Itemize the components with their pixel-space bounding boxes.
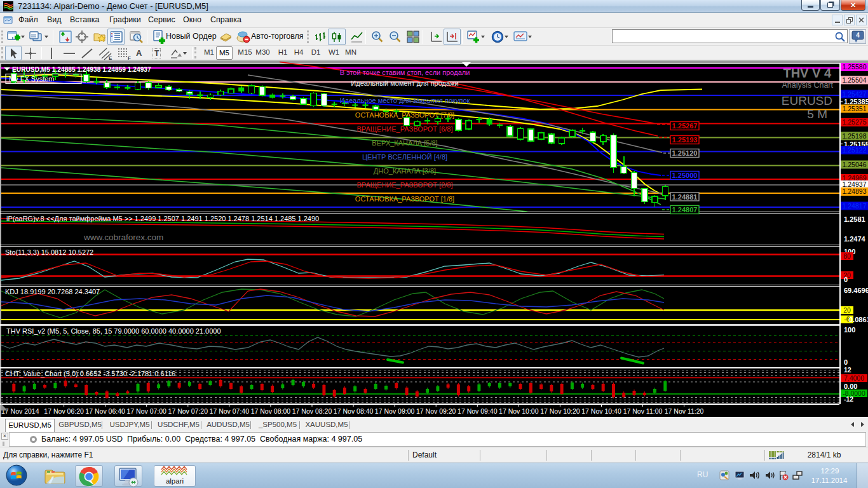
svg-text:17 Nov 10:40: 17 Nov 10:40 <box>581 407 621 415</box>
svg-text:17 Nov 11:20: 17 Nov 11:20 <box>665 407 704 415</box>
svg-text:17 Nov 07:40: 17 Nov 07:40 <box>210 407 250 415</box>
svg-text:17 Nov 2014: 17 Nov 2014 <box>1 407 39 415</box>
svg-text:1.25427: 1.25427 <box>843 90 867 98</box>
svg-text:0: 0 <box>844 276 848 283</box>
svg-text:1.25046: 1.25046 <box>843 161 867 168</box>
svg-text:ВЕРХ_КАНАЛА [5/8]: ВЕРХ_КАНАЛА [5/8] <box>372 139 437 147</box>
svg-text:12: 12 <box>844 366 851 374</box>
svg-text:Analysis Chart: Analysis Chart <box>782 81 833 90</box>
svg-text:EURUSD: EURUSD <box>782 94 832 107</box>
svg-text:1.25275: 1.25275 <box>843 118 867 126</box>
svg-text:1.25000: 1.25000 <box>672 172 698 179</box>
svg-text:80: 80 <box>843 252 851 260</box>
svg-text:EURUSD,M5 1.24885 1.24938 1.2: EURUSD,M5 1.24885 1.24938 1.24859 1.2493… <box>12 66 151 73</box>
svg-text:1.25193: 1.25193 <box>672 136 698 144</box>
svg-text:17 Nov 07:20: 17 Nov 07:20 <box>168 407 208 415</box>
svg-text:17 Nov 10:20: 17 Nov 10:20 <box>540 407 580 415</box>
svg-text:0.0861: 0.0861 <box>849 316 868 323</box>
svg-text:1.25198: 1.25198 <box>843 132 867 140</box>
svg-text:KDJ 18.9199 20.7268 24.3407: KDJ 18.9199 20.7268 24.3407 <box>5 288 100 295</box>
svg-text:69.4696: 69.4696 <box>844 287 868 294</box>
svg-text:ЦЕНТР ВСЕЛЕННОЙ [4/8]: ЦЕНТР ВСЕЛЕННОЙ [4/8] <box>362 153 447 161</box>
svg-text:iP(aaRG)v.8 <<Для таймфрейма M: iP(aaRG)v.8 <<Для таймфрейма M5 >> 1.249… <box>6 215 319 222</box>
svg-text:17 Nov 09:40: 17 Nov 09:40 <box>458 407 498 415</box>
svg-text:ОСТАНОВКА_РАЗВОРОТ [1/8]: ОСТАНОВКА_РАЗВОРОТ [1/8] <box>355 195 454 203</box>
svg-text:Sto(11,3,3) 15.0812 10.5272: Sto(11,3,3) 15.0812 10.5272 <box>5 248 93 256</box>
svg-text:ВРАЩЕНИЕ_РАЗВОРОТ [2/8]: ВРАЩЕНИЕ_РАЗВОРОТ [2/8] <box>356 181 452 189</box>
svg-text:1.25120: 1.25120 <box>672 149 698 157</box>
svg-text:1.25267: 1.25267 <box>672 122 698 130</box>
svg-text:1.24807: 1.24807 <box>672 206 698 214</box>
svg-text:1.2581: 1.2581 <box>844 215 865 223</box>
svg-text:4: 4 <box>856 32 860 39</box>
svg-text:17 Nov 09:20: 17 Nov 09:20 <box>416 407 456 415</box>
svg-text:17 Nov 08:40: 17 Nov 08:40 <box>334 407 374 415</box>
svg-text:ОСТАНОВКА_РАЗВОРОТ [7/8]: ОСТАНОВКА_РАЗВОРОТ [7/8] <box>355 111 454 119</box>
svg-text:0: 0 <box>844 358 848 366</box>
svg-text:1.25122: 1.25122 <box>843 146 867 154</box>
svg-text:My FX System: My FX System <box>9 75 55 83</box>
svg-text:17 Nov 08:00: 17 Nov 08:00 <box>251 407 291 415</box>
svg-text:www.cobraforex.com: www.cobraforex.com <box>83 233 163 242</box>
svg-text:100: 100 <box>844 326 855 334</box>
svg-text:1.24881: 1.24881 <box>672 193 698 201</box>
svg-text:F: F <box>128 55 131 60</box>
svg-text:1.25351: 1.25351 <box>843 105 867 112</box>
svg-text:17 Nov 06:20: 17 Nov 06:20 <box>44 407 84 415</box>
svg-text:20: 20 <box>843 306 851 314</box>
svg-text:1.2474: 1.2474 <box>844 235 866 243</box>
svg-text:17 Nov 11:00: 17 Nov 11:00 <box>623 407 663 415</box>
svg-text:ДНО_КАНАЛА [3/8]: ДНО_КАНАЛА [3/8] <box>374 167 436 175</box>
svg-text:-12: -12 <box>844 395 853 403</box>
svg-text:17 Nov 09:00: 17 Nov 09:00 <box>375 407 415 415</box>
svg-text:ВРАЩЕНИЕ_РАЗВОРОТ [6/8]: ВРАЩЕНИЕ_РАЗВОРОТ [6/8] <box>356 125 452 133</box>
svg-text:THV RSI_v2 (M5, 5, Close,: THV RSI_v2 (M5, 5, Close, 85, 15 79.0000… <box>6 327 221 335</box>
svg-text:0.00: 0.00 <box>844 383 857 390</box>
svg-text:17 Nov 10:00: 17 Nov 10:00 <box>499 407 539 415</box>
svg-text:17 Nov 06:40: 17 Nov 06:40 <box>85 407 125 415</box>
svg-text:17 Nov 08:20: 17 Nov 08:20 <box>292 407 332 415</box>
svg-text:1.24893: 1.24893 <box>843 187 867 195</box>
svg-text:В этой точке ставим стоп, если: В этой точке ставим стоп, если продали <box>340 69 470 76</box>
svg-text:1.25504: 1.25504 <box>843 76 867 84</box>
svg-text:Идеальное место для закрытия п: Идеальное место для закрытия покупок <box>340 97 470 104</box>
svg-text:1.24817: 1.24817 <box>843 202 867 210</box>
svg-text:E: E <box>109 55 112 60</box>
svg-text:CHT_Value_Chart (5,0) 0.6652 -: CHT_Value_Chart (5,0) 0.6652 -3.5730 -2.… <box>5 370 175 377</box>
svg-text:5 M: 5 M <box>807 107 827 121</box>
svg-text:17 Nov 07:00: 17 Nov 07:00 <box>126 407 166 415</box>
svg-text:1.25580: 1.25580 <box>843 63 867 71</box>
svg-text:7.4000: 7.4000 <box>844 374 864 382</box>
svg-text:Идеальный момент для продажи: Идеальный момент для продажи <box>351 79 458 87</box>
svg-text:THV V 4: THV V 4 <box>783 66 831 80</box>
